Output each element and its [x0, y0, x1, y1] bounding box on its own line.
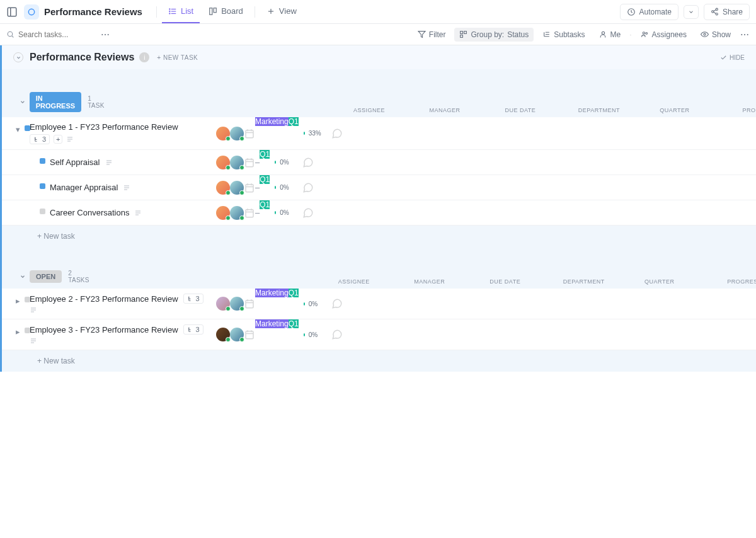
new-task-button[interactable]: + NEW TASK — [157, 54, 198, 61]
status-square[interactable] — [40, 183, 45, 189]
manager-cell[interactable] — [230, 117, 244, 149]
add-task-button[interactable]: + New task — [2, 350, 756, 372]
department-cell[interactable]: – — [255, 200, 260, 225]
department-cell[interactable]: – — [255, 175, 260, 200]
add-task-button[interactable]: + New task — [2, 226, 756, 247]
status-chip[interactable]: IN PROGRESS — [30, 92, 81, 112]
subtask-count-badge[interactable]: 3 — [183, 324, 203, 335]
manager-cell[interactable] — [230, 289, 244, 319]
me-button[interactable]: Me — [594, 28, 626, 42]
avatar[interactable] — [230, 206, 244, 220]
tab-board[interactable]: Board — [202, 0, 249, 23]
avatar[interactable] — [230, 181, 244, 195]
task-row[interactable]: ▸ Employee 2 - FY23 Performance Review 3… — [2, 289, 756, 319]
subtask-row[interactable]: Career Conversations – Q1 0% — [2, 200, 756, 226]
more-icon[interactable] — [100, 30, 110, 40]
group-collapse-toggle[interactable] — [20, 98, 26, 106]
status-square[interactable] — [40, 158, 45, 164]
avatar[interactable] — [216, 206, 230, 220]
subtask-count-badge[interactable]: 3 — [30, 134, 50, 144]
avatar[interactable] — [216, 181, 230, 195]
svg-rect-0 — [8, 8, 16, 16]
info-icon[interactable]: i — [139, 52, 149, 62]
more-options-icon[interactable] — [740, 30, 750, 40]
avatar[interactable] — [216, 127, 230, 140]
manager-cell[interactable] — [230, 319, 244, 350]
subtasks-button[interactable]: Subtasks — [537, 28, 590, 42]
quarter-cell[interactable]: Q1 — [260, 150, 270, 159]
avatar[interactable] — [230, 328, 244, 341]
comments-cell[interactable] — [302, 200, 314, 225]
comments-cell[interactable] — [302, 150, 314, 175]
comments-cell[interactable] — [331, 117, 343, 149]
avatar[interactable] — [230, 156, 244, 169]
hide-button[interactable]: HIDE — [720, 54, 745, 61]
progress-cell[interactable]: 33% — [299, 117, 331, 149]
filter-button[interactable]: Filter — [413, 28, 451, 42]
panel-toggle-icon[interactable] — [6, 6, 18, 18]
avatar[interactable] — [216, 328, 230, 341]
due-date-cell[interactable] — [244, 200, 255, 225]
department-cell[interactable]: – — [255, 150, 260, 175]
assignee-cell[interactable] — [216, 117, 230, 149]
assignee-cell[interactable] — [216, 319, 230, 350]
progress-cell[interactable]: 0% — [299, 319, 331, 350]
quarter-cell[interactable]: Q1 — [289, 319, 299, 328]
manager-cell[interactable] — [230, 150, 244, 175]
subtask-count-badge[interactable]: 3 — [183, 294, 203, 304]
assignees-button[interactable]: Assignees — [636, 28, 692, 42]
automate-button[interactable]: Automate — [620, 4, 679, 20]
automate-caret-button[interactable] — [684, 5, 699, 19]
quarter-cell[interactable]: Q1 — [260, 200, 270, 209]
manager-cell[interactable] — [230, 175, 244, 200]
department-cell[interactable]: Marketing — [255, 319, 289, 328]
quarter-cell[interactable]: Q1 — [260, 175, 270, 184]
task-row[interactable]: ▾ Employee 1 - FY23 Performance Review 3… — [2, 117, 756, 150]
status-square[interactable] — [25, 297, 30, 302]
subtask-row[interactable]: Manager Appraisal – Q1 0% — [2, 175, 756, 200]
comments-cell[interactable] — [331, 289, 343, 319]
assignee-cell[interactable] — [216, 150, 230, 175]
due-date-cell[interactable] — [244, 319, 255, 350]
tab-add-view[interactable]: View — [260, 0, 303, 23]
share-button[interactable]: Share — [704, 4, 750, 20]
due-date-cell[interactable] — [244, 175, 255, 200]
avatar[interactable] — [216, 156, 230, 169]
assignee-cell[interactable] — [216, 200, 230, 225]
due-date-cell[interactable] — [244, 289, 255, 319]
status-square[interactable] — [40, 209, 45, 214]
avatar[interactable] — [230, 297, 244, 311]
progress-cell[interactable]: 0% — [270, 150, 302, 175]
search-input[interactable] — [18, 30, 94, 39]
progress-cell[interactable]: 0% — [299, 289, 331, 319]
comments-cell[interactable] — [302, 175, 314, 200]
avatar[interactable] — [216, 297, 230, 311]
due-date-cell[interactable] — [244, 150, 255, 175]
task-row[interactable]: ▸ Employee 3 - FY23 Performance Review 3… — [2, 319, 756, 350]
expand-toggle[interactable]: ▸ — [16, 296, 22, 306]
assignee-cell[interactable] — [216, 289, 230, 319]
quarter-cell[interactable]: Q1 — [289, 289, 299, 297]
progress-cell[interactable]: 0% — [270, 175, 302, 200]
department-cell[interactable]: Marketing — [255, 117, 289, 126]
status-square[interactable] — [25, 125, 30, 131]
manager-cell[interactable] — [230, 200, 244, 225]
group-collapse-toggle[interactable] — [20, 273, 26, 280]
subtask-row[interactable]: Self Appraisal – Q1 0% — [2, 150, 756, 175]
section-collapse-toggle[interactable] — [13, 52, 23, 62]
avatar[interactable] — [230, 127, 244, 140]
status-chip[interactable]: OPEN — [30, 270, 62, 283]
tab-list[interactable]: List — [162, 0, 200, 23]
due-date-cell[interactable] — [244, 117, 255, 149]
assignee-cell[interactable] — [216, 175, 230, 200]
expand-toggle[interactable]: ▾ — [16, 125, 22, 134]
expand-toggle[interactable]: ▸ — [16, 327, 22, 336]
show-button[interactable]: Show — [696, 28, 736, 42]
status-square[interactable] — [25, 328, 30, 333]
comments-cell[interactable] — [331, 319, 343, 350]
quarter-cell[interactable]: Q1 — [289, 117, 299, 126]
groupby-button[interactable]: Group by: Status — [454, 28, 534, 42]
add-subtask-button[interactable]: + — [54, 135, 62, 144]
progress-cell[interactable]: 0% — [270, 200, 302, 225]
department-cell[interactable]: Marketing — [255, 289, 289, 297]
